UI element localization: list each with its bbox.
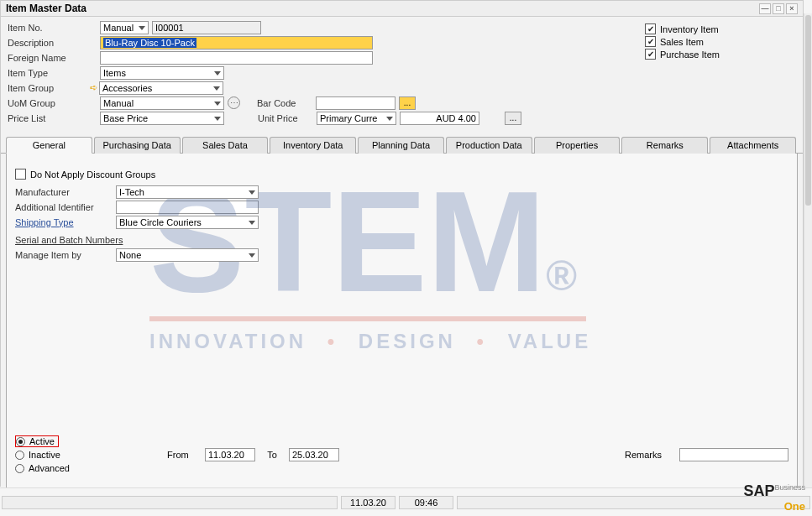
close-button[interactable]: × — [786, 3, 798, 14]
from-label: From — [167, 450, 201, 460]
watermark-divider — [149, 316, 586, 321]
wm-tag-1: INNOVATION — [149, 330, 306, 352]
serial-batch-heading: Serial and Batch Numbers — [15, 235, 149, 245]
advanced-label: Advanced — [29, 463, 70, 473]
item-no-label: Item No. — [8, 23, 100, 33]
uom-group-info-icon[interactable]: ⋯ — [228, 96, 240, 109]
sap-logo: SAPBusiness One — [743, 482, 805, 513]
purchase-item-checkbox[interactable]: ✔ Purchase Item — [645, 49, 796, 60]
check-icon: ✔ — [645, 36, 656, 47]
description-label: Description — [8, 38, 100, 48]
active-label: Active — [29, 436, 55, 446]
tab-purchasing[interactable]: Purchasing Data — [94, 137, 181, 154]
sap-one-text: One — [784, 500, 805, 513]
shipping-type-select[interactable]: Blue Circle Couriers — [116, 216, 259, 229]
dot-icon: • — [316, 330, 349, 352]
additional-id-field[interactable] — [116, 201, 259, 214]
checkbox-empty-icon — [15, 169, 26, 180]
item-group-select[interactable]: Accessories — [99, 81, 223, 95]
tab-inventory[interactable]: Inventory Data — [270, 137, 356, 154]
bar-code-browse-button[interactable]: ... — [399, 96, 416, 110]
from-date-field[interactable]: 11.03.20 — [205, 448, 255, 461]
remarks-field[interactable] — [679, 448, 788, 461]
price-list-select[interactable]: Base Price — [100, 112, 224, 125]
active-radio[interactable] — [16, 437, 25, 446]
description-value: Blu-Ray Disc 10-Pack — [103, 38, 196, 48]
tab-properties[interactable]: Properties — [534, 137, 621, 154]
tab-planning[interactable]: Planning Data — [358, 137, 444, 154]
title-bar: Item Master Data — □ × — [1, 1, 803, 17]
remarks-label: Remarks — [625, 450, 675, 460]
inactive-label: Inactive — [29, 450, 79, 460]
dot-icon: • — [465, 330, 499, 352]
watermark-tagline: INNOVATION • DESIGN • VALUE — [149, 330, 788, 353]
tab-remarks[interactable]: Remarks — [621, 137, 708, 154]
item-group-link-arrow-icon[interactable]: ➪ — [87, 82, 99, 94]
inventory-item-checkbox[interactable]: ✔ Inventory Item — [645, 23, 796, 34]
tab-attachments[interactable]: Attachments — [710, 137, 796, 154]
window-controls: — □ × — [759, 3, 798, 14]
manage-item-select[interactable]: None — [116, 248, 259, 262]
inventory-item-label: Inventory Item — [660, 24, 719, 34]
price-list-label: Price List — [8, 113, 100, 123]
bar-code-field[interactable] — [316, 96, 396, 110]
check-icon: ✔ — [645, 23, 656, 34]
inactive-radio[interactable] — [15, 451, 24, 460]
tab-strip: General Purchasing Data Sales Data Inven… — [1, 136, 803, 154]
manage-item-label: Manage Item by — [15, 250, 116, 260]
status-section: Active Inactive From 11.03.20 To 25.03.2… — [15, 435, 788, 475]
header-area: Item No. Manual I00001 Description Blu-R… — [1, 17, 803, 133]
additional-id-label: Additional Identifier — [15, 202, 116, 212]
to-date-field[interactable]: 25.03.20 — [289, 448, 339, 461]
unit-price-browse-button[interactable]: ... — [505, 112, 521, 125]
item-type-label: Item Type — [8, 68, 100, 78]
purchase-item-label: Purchase Item — [660, 50, 720, 60]
foreign-name-label: Foreign Name — [8, 53, 100, 63]
maximize-button[interactable]: □ — [773, 3, 784, 14]
vertical-scrollbar[interactable] — [804, 13, 812, 489]
item-master-window: Item Master Data — □ × Item No. Manual I… — [0, 0, 804, 487]
unit-price-amount-field[interactable]: AUD 4.00 — [400, 112, 479, 125]
sap-business-text: Business — [774, 483, 805, 492]
general-tab-body: STEM ® INNOVATION • DESIGN • VALUE Do No… — [6, 154, 798, 489]
tab-general[interactable]: General — [6, 137, 92, 154]
status-segment-1 — [2, 496, 338, 509]
uom-group-select[interactable]: Manual — [100, 96, 224, 110]
window-title: Item Master Data — [6, 3, 86, 14]
active-highlight-box: Active — [15, 435, 59, 447]
manufacturer-label: Manufacturer — [15, 187, 116, 197]
minimize-button[interactable]: — — [759, 3, 771, 14]
bar-code-label: Bar Code — [257, 98, 316, 108]
wm-tag-2: DESIGN — [359, 330, 456, 352]
wm-tag-3: VALUE — [508, 330, 592, 352]
unit-price-currency-select[interactable]: Primary Curre — [317, 112, 396, 125]
sales-item-label: Sales Item — [660, 37, 704, 47]
shipping-type-link[interactable]: Shipping Type — [15, 217, 116, 227]
foreign-name-field[interactable] — [100, 51, 373, 65]
tab-sales[interactable]: Sales Data — [182, 137, 269, 154]
uom-group-label: UoM Group — [8, 98, 100, 108]
sap-text: SAP — [743, 482, 774, 500]
scrollbar-thumb[interactable] — [805, 15, 811, 206]
header-left: Item No. Manual I00001 Description Blu-R… — [8, 20, 645, 126]
manufacturer-select[interactable]: I-Tech — [116, 185, 259, 199]
sales-item-checkbox[interactable]: ✔ Sales Item — [645, 36, 796, 47]
status-bar: 11.03.20 09:46 SAPBusiness One — [0, 487, 812, 516]
advanced-radio[interactable] — [15, 464, 24, 473]
discount-groups-checkbox[interactable]: Do Not Apply Discount Groups — [15, 169, 788, 180]
item-no-type-select[interactable]: Manual — [100, 21, 149, 34]
item-no-field[interactable]: I00001 — [152, 21, 261, 34]
tab-production[interactable]: Production Data — [446, 137, 532, 154]
header-right: ✔ Inventory Item ✔ Sales Item ✔ Purchase… — [645, 20, 796, 126]
discount-groups-label: Do Not Apply Discount Groups — [30, 169, 155, 180]
item-type-select[interactable]: Items — [100, 66, 224, 80]
item-group-label: Item Group — [8, 83, 87, 93]
to-label: To — [259, 450, 285, 460]
description-field[interactable]: Blu-Ray Disc 10-Pack — [100, 36, 373, 50]
status-date: 11.03.20 — [341, 496, 396, 509]
unit-price-label: Unit Price — [258, 113, 317, 123]
check-icon: ✔ — [645, 49, 656, 60]
status-time: 09:46 — [399, 496, 453, 509]
